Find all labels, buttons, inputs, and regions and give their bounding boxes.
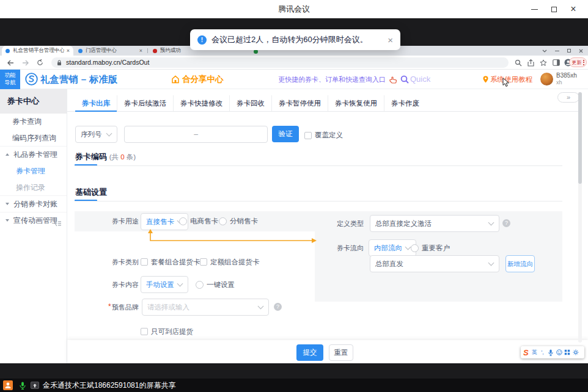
share-center-link[interactable]: 合分享中心 [171, 70, 224, 89]
meeting-title: 腾讯会议 [0, 0, 588, 18]
store-pickup-only-option[interactable]: 只可到店提货 [141, 325, 193, 338]
tab-card-recycle[interactable]: 券卡回收 [229, 95, 271, 111]
flow-connector-arrow [145, 228, 320, 245]
app-header: 功能 导航 礼盒营销 – 标准版 合分享中心 更快捷的券卡、订单和快递查询入口 [0, 70, 588, 89]
info-icon: ! [197, 35, 207, 45]
submit-button[interactable]: 提交 [296, 344, 323, 361]
definition-type-value: 总部直接定义激活 [375, 220, 432, 227]
browser-restore-icon[interactable] [567, 49, 571, 53]
side-panel-icon[interactable] [552, 59, 560, 67]
flow-select[interactable]: 总部直发 [370, 255, 499, 272]
expand-pill[interactable]: » [557, 92, 579, 103]
tab-card-void[interactable]: 券卡作废 [384, 95, 426, 111]
browser-tab-marketing[interactable]: 礼盒营销平台管理中心 × [2, 46, 73, 56]
quick-search-icon[interactable] [400, 75, 409, 84]
codes-title: 券卡编码 [75, 152, 107, 161]
browser-update-badge[interactable]: 更新 [569, 57, 587, 67]
definition-type-select[interactable]: 总部直接定义激活 [370, 215, 499, 232]
address-bar[interactable]: standard.maboy.cn/CardsOut [51, 57, 509, 68]
close-icon: × [570, 4, 576, 14]
zoom-icon[interactable] [514, 59, 523, 67]
browser-tab-store[interactable]: 门店管理中心 × [75, 46, 146, 56]
serial-range-input[interactable]: – [124, 126, 268, 143]
ime-settings-icon[interactable] [573, 349, 579, 356]
brand-title: 礼盒营销 – 标准版 [40, 70, 118, 89]
ime-lang-toggle[interactable]: 英 [531, 349, 537, 356]
minimize-button[interactable] [524, 0, 544, 18]
reload-icon[interactable] [35, 59, 44, 67]
function-nav-toggle[interactable]: 功能 导航 [0, 70, 20, 89]
tab-card-suspend[interactable]: 券卡暂停使用 [271, 95, 328, 111]
flow-option-internal[interactable]: 内部流向 [369, 239, 377, 256]
tab-card-outbound[interactable]: 券卡出库 [75, 95, 117, 111]
presale-brand-select[interactable]: 请选择或输入 [142, 299, 269, 316]
menu-dots-icon[interactable] [583, 60, 584, 65]
triangle-down-icon [6, 219, 9, 222]
add-flow-button[interactable]: 新增流向 [505, 255, 535, 272]
forward-icon[interactable] [21, 59, 29, 67]
sidebar-item-card-mgmt[interactable]: 券卡管理 [0, 163, 67, 180]
tutorial-link[interactable]: 系统使用教程 [490, 70, 532, 89]
ime-emoji-icon[interactable] [556, 349, 562, 356]
category-option-package[interactable]: 套餐组合提货卡 [141, 255, 200, 269]
tab-card-resume[interactable]: 券卡恢复使用 [328, 95, 384, 111]
divider [75, 165, 562, 166]
toast-close-icon[interactable]: × [388, 35, 393, 45]
presale-brand-label: 预售品牌 [86, 299, 139, 316]
quick-search-label[interactable]: Quick [410, 70, 430, 89]
presale-brand-placeholder: 请选择或输入 [147, 303, 189, 311]
tab-close-icon[interactable]: × [139, 48, 142, 54]
override-checkbox-option[interactable]: 覆盖定义 [304, 131, 343, 140]
help-icon[interactable]: ? [502, 219, 510, 227]
verify-button[interactable]: 验证 [272, 126, 299, 142]
ime-toolbox-icon[interactable] [564, 349, 570, 356]
sidebar-collapse-toggle[interactable] [54, 219, 62, 228]
usage-label: 券卡用途 [111, 211, 139, 231]
browser-window-controls [542, 46, 583, 56]
card-tabs: 券卡出库 券卡后续激活 券卡快捷修改 券卡回收 券卡暂停使用 券卡恢复使用 券卡… [67, 95, 579, 112]
ime-toolbar: S 英 ', [521, 346, 584, 358]
user-avatar[interactable] [540, 73, 553, 85]
category-option-fixed[interactable]: 定额组合提货卡 [200, 255, 260, 269]
serial-type-select[interactable]: 序列号 [75, 126, 117, 143]
content-option-manual[interactable]: 手动设置 [141, 278, 149, 291]
tab-close-icon[interactable]: × [67, 48, 70, 54]
meeting-titlebar: 腾讯会议 × [0, 0, 588, 18]
reset-button[interactable]: 重置 [329, 344, 353, 361]
content-option-onekey[interactable]: 一键设置 [196, 278, 235, 291]
sidebar-group-gift-card-mgmt[interactable]: 礼品券卡管理 [0, 147, 67, 163]
mic-active-icon[interactable] [20, 382, 26, 390]
sidebar-group-distribution-reconcile[interactable]: 分销券卡对账 [0, 196, 67, 212]
browser-minimize-icon[interactable] [555, 51, 559, 51]
maximize-button[interactable] [544, 0, 564, 18]
back-icon[interactable] [6, 59, 15, 67]
codes-heading: 券卡编码 (共 0 条) [75, 151, 136, 162]
sidebar-item-card-query[interactable]: 券卡查询 [0, 114, 67, 130]
checkbox-icon [141, 258, 148, 266]
serial-range-value: – [194, 130, 198, 139]
help-icon[interactable]: ? [274, 303, 282, 311]
ime-punctuation-toggle[interactable]: ', [540, 349, 546, 356]
flow-option-vip[interactable]: 重要客户 [411, 239, 450, 256]
user-subname: xh [556, 79, 562, 85]
close-button[interactable]: × [564, 0, 583, 18]
share-icon[interactable] [526, 59, 535, 67]
sidebar: 券卡中心 券卡查询 编码序列查询 礼品券卡管理 券卡管理 操作记录 分销券卡对账… [0, 89, 67, 363]
ime-mic-icon[interactable] [548, 349, 554, 356]
sidebar-item-operation-log[interactable]: 操作记录 [0, 180, 67, 196]
bookmark-star-icon[interactable] [539, 59, 548, 67]
browser-close-icon[interactable] [579, 49, 583, 53]
quick-entry-tip[interactable]: 更快捷的券卡、订单和快递查询入口 [278, 70, 386, 89]
option-label: 定额组合提货卡 [210, 258, 260, 267]
nav-line1: 功能 [5, 72, 16, 79]
sidebar-group-label: 宣传动画管理 [13, 216, 57, 225]
tab-card-activate[interactable]: 券卡后续激活 [117, 95, 173, 111]
browser-window: 礼盒营销平台管理中心 × 门店管理中心 × 预约成功 [0, 46, 588, 363]
tab-list-chevron-icon[interactable] [542, 49, 547, 53]
option-label: 套餐组合提货卡 [151, 258, 200, 267]
sidebar-item-code-sequence-query[interactable]: 编码序列查询 [0, 130, 67, 147]
tab-card-quick-edit[interactable]: 券卡快捷修改 [173, 95, 229, 111]
scrollbar-thumb[interactable] [578, 92, 582, 184]
url-text: standard.maboy.cn/CardsOut [66, 57, 149, 68]
ime-logo[interactable]: S [523, 349, 529, 357]
